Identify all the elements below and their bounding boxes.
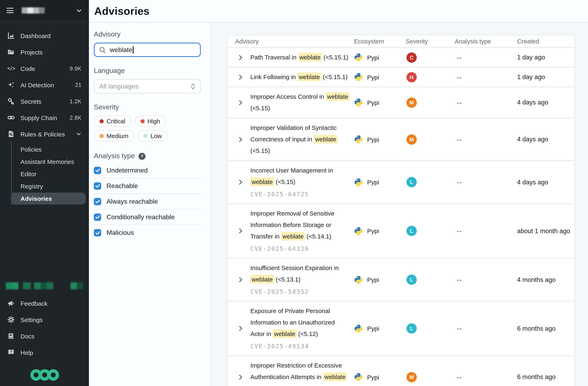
- sidebar-item-label: Help: [21, 349, 33, 356]
- ecosystem-cell: Pypi: [354, 72, 406, 82]
- ecosystem-label: Pypi: [367, 74, 379, 81]
- key-icon: [7, 98, 15, 105]
- severity-filter-label: Severity: [94, 103, 201, 111]
- checkbox-label: Conditionally reachable: [106, 213, 175, 221]
- page-header: Advisories: [89, 0, 588, 22]
- sidebar-item-settings[interactable]: Settings: [0, 311, 89, 328]
- content: Advisory weblate Language All languages …: [89, 22, 588, 386]
- analysis-option-malicious[interactable]: Malicious: [94, 225, 201, 240]
- ecosystem-label: Pypi: [367, 227, 379, 234]
- sidebar-item-secrets[interactable]: Secrets 1.2K: [0, 93, 89, 109]
- table-row[interactable]: Improper Removal of Sensitive Informatio…: [227, 204, 574, 258]
- created-cell: 4 days ago: [517, 136, 574, 143]
- severity-chip-high[interactable]: High: [135, 116, 166, 127]
- severity-chip-medium[interactable]: Medium: [94, 130, 134, 141]
- help-icon[interactable]: ?: [139, 153, 146, 160]
- table-row[interactable]: Improper Access Control in weblate (<5.1…: [227, 87, 574, 118]
- sidebar-item-count: 21: [75, 82, 82, 88]
- analysis-type-options: Undetermined Reachable Always reachable …: [94, 163, 201, 240]
- sidebar-item-dashboard[interactable]: Dashboard: [0, 27, 89, 44]
- advisory-title: Improper Access Control in weblate (<5.1…: [250, 91, 350, 114]
- sidebar-item-docs[interactable]: Docs: [0, 328, 89, 344]
- analysis-option-undetermined[interactable]: Undetermined: [94, 163, 201, 178]
- advisory-search-input[interactable]: weblate: [94, 43, 201, 57]
- advisory-title: Improper Removal of Sensitive Informatio…: [250, 208, 350, 242]
- ecosystem-cell: Pypi: [354, 324, 406, 333]
- table-header-row: Advisory Ecosystem Severity Analysis typ…: [227, 35, 574, 48]
- severity-cell: L: [406, 323, 455, 334]
- sidebar-header: [0, 0, 89, 21]
- sidebar-item-registry[interactable]: Registry: [0, 180, 89, 192]
- checkbox-checked-icon[interactable]: [94, 198, 101, 205]
- table-row[interactable]: Path Traversal in weblate (<5.15.1) Pypi…: [227, 48, 574, 68]
- sidebar-item-help[interactable]: ? Help: [0, 344, 89, 361]
- sidebar-item-rules-policies[interactable]: Rules & Policies: [0, 126, 89, 142]
- cve-id: CVE-2025-49134: [250, 341, 350, 352]
- analysis-option-always-reachable[interactable]: Always reachable: [94, 194, 201, 209]
- book-icon: [7, 332, 15, 340]
- severity-chip-critical[interactable]: Critical: [94, 116, 131, 127]
- analysis-type-cell: --: [455, 325, 517, 332]
- ecosystem-cell: Pypi: [354, 372, 406, 382]
- sidebar-item-supply-chain[interactable]: Supply Chain 2.8K: [0, 109, 89, 126]
- checkbox-checked-icon[interactable]: [94, 229, 101, 236]
- megaphone-icon: [7, 300, 15, 307]
- row-expand-chevron-right-icon[interactable]: [238, 179, 244, 185]
- highlighted-search-match: weblate: [314, 135, 337, 143]
- severity-badge: L: [406, 226, 417, 236]
- advisories-table: Advisory Ecosystem Severity Analysis typ…: [227, 35, 575, 386]
- highlighted-search-match: weblate: [326, 92, 350, 101]
- folder-icon: [7, 48, 15, 56]
- analysis-option-conditionally-reachable[interactable]: Conditionally reachable: [94, 209, 201, 225]
- chip-label: High: [147, 118, 160, 125]
- language-filter-label: Language: [94, 67, 201, 75]
- ecosystem-label: Pypi: [367, 54, 379, 61]
- highlighted-search-match: weblate: [273, 329, 296, 338]
- hamburger-menu-icon[interactable]: [7, 8, 14, 13]
- python-logo-icon: [354, 135, 363, 144]
- language-select[interactable]: All languages: [94, 79, 201, 93]
- column-header-analysis-type: Analysis type: [455, 38, 517, 45]
- row-expand-chevron-right-icon[interactable]: [238, 99, 244, 106]
- table-row[interactable]: Improper Validation of Syntactic Correct…: [227, 118, 574, 161]
- sidebar-item-ai-detection[interactable]: AI Detection 21: [0, 77, 89, 93]
- document-search-icon: [7, 130, 15, 138]
- sidebar-subitem-label: Advisories: [21, 195, 52, 202]
- row-expand-chevron-right-icon[interactable]: [238, 228, 244, 234]
- sidebar-item-policies[interactable]: Policies: [0, 143, 89, 155]
- row-expand-chevron-right-icon[interactable]: [238, 277, 244, 283]
- highlighted-search-match: weblate: [250, 275, 274, 283]
- table-row[interactable]: Incorrect User Management in weblate (<5…: [227, 161, 574, 204]
- sidebar-item-code[interactable]: </> Code 9.9K: [0, 60, 89, 77]
- severity-chip-low[interactable]: Low: [138, 130, 168, 141]
- analysis-option-reachable[interactable]: Reachable: [94, 178, 201, 194]
- table-row[interactable]: Exposure of Private Personal Information…: [227, 301, 574, 356]
- row-expand-chevron-right-icon[interactable]: [238, 74, 244, 80]
- org-switcher-chevron-down-icon[interactable]: [76, 7, 82, 14]
- sidebar-subitem-label: Assistant Memories: [21, 158, 74, 165]
- sidebar-item-assistant-memories[interactable]: Assistant Memories: [0, 155, 89, 168]
- sidebar-item-projects[interactable]: Projects: [0, 44, 89, 60]
- row-expand-chevron-right-icon[interactable]: [238, 54, 244, 61]
- created-cell: 1 day ago: [517, 73, 574, 81]
- checkbox-checked-icon[interactable]: [94, 167, 101, 174]
- ecosystem-cell: Pypi: [354, 98, 406, 107]
- row-expand-chevron-right-icon[interactable]: [238, 325, 244, 331]
- language-select-value: All languages: [99, 83, 139, 90]
- checkbox-checked-icon[interactable]: [94, 182, 101, 190]
- chip-label: Low: [151, 132, 162, 139]
- python-logo-icon: [354, 178, 363, 187]
- severity-badge: M: [406, 97, 417, 107]
- table-row[interactable]: Link Following in weblate (<5.15.1) Pypi…: [227, 68, 574, 87]
- table-row[interactable]: Improper Restriction of Excessive Authen…: [227, 356, 574, 386]
- checkbox-checked-icon[interactable]: [94, 213, 101, 221]
- row-expand-chevron-right-icon[interactable]: [238, 374, 244, 380]
- sidebar-nav: Dashboard Projects </> Code 9.9K AI Dete…: [0, 21, 89, 207]
- sidebar-item-advisories[interactable]: Advisories: [11, 193, 86, 204]
- sidebar-item-feedback[interactable]: Feedback: [0, 295, 89, 311]
- sidebar-item-editor[interactable]: Editor: [0, 168, 89, 180]
- table-row[interactable]: Insufficient Session Expiration in webla…: [227, 258, 574, 301]
- ecosystem-label: Pypi: [367, 276, 379, 283]
- row-expand-chevron-right-icon[interactable]: [238, 136, 244, 142]
- sidebar-item-count: 1.2K: [70, 98, 82, 104]
